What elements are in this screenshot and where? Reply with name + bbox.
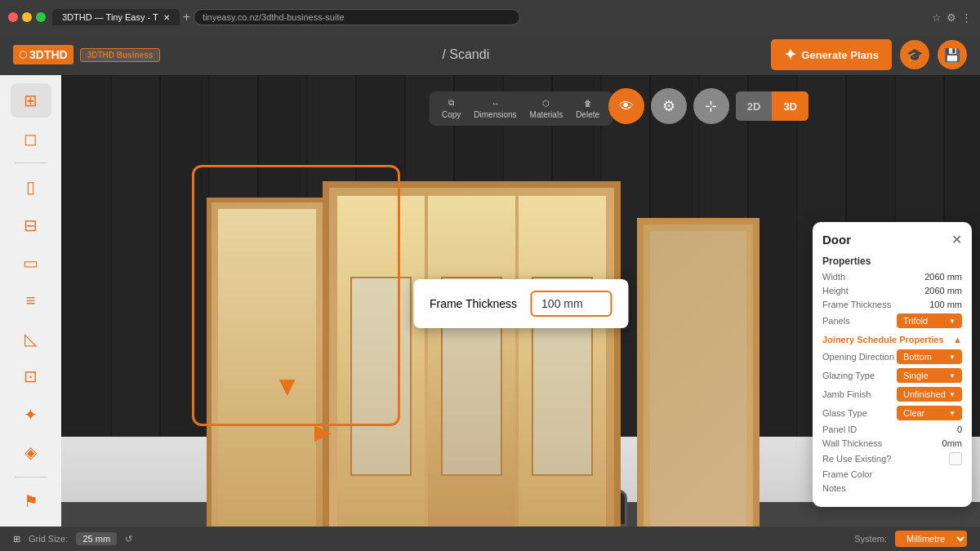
active-tab[interactable]: 3DTHD — Tiny Easy - T ✕: [52, 9, 180, 25]
tab-title: 3DTHD — Tiny Easy - T: [62, 12, 158, 22]
jamb-finish-label: Jamb Finish: [822, 389, 871, 399]
panel-id-label: Panel ID: [822, 424, 857, 434]
viewport[interactable]: ⧉ Copy ↔ Dimensions ⬡ Materials 🗑 Delete: [61, 75, 980, 527]
sidebar-item-furniture[interactable]: ⊡: [11, 359, 51, 393]
properties-section-title: Properties: [822, 256, 962, 267]
system-dropdown[interactable]: Millimetre: [895, 531, 967, 547]
menu-icon[interactable]: ⋮: [961, 11, 972, 24]
height-row: Height 2060 mm: [822, 286, 962, 295]
jamb-finish-dropdown[interactable]: Unfinished: [897, 387, 962, 402]
logo-icon: ⬡: [19, 49, 27, 60]
frame-thickness-popup: Frame Thickness: [413, 279, 628, 328]
save-button[interactable]: 💾: [938, 40, 967, 69]
glazing-type-dropdown[interactable]: Single: [897, 368, 962, 383]
maximize-button[interactable]: [36, 12, 46, 22]
glass-type-row: Glass Type Clear: [822, 406, 962, 420]
system-label: System:: [854, 534, 887, 544]
materials-icon: ⬡: [542, 99, 550, 108]
wall-thickness-row: Wall Thickness 0mm: [822, 438, 962, 448]
frame-thickness-prop-value: 100 mm: [929, 300, 962, 309]
settings-circle-button[interactable]: ⚙: [651, 88, 687, 124]
toolbar-materials[interactable]: ⬡ Materials: [530, 99, 564, 119]
grid-size-label: Grid Size:: [29, 534, 68, 544]
toolbar-delete[interactable]: 🗑 Delete: [576, 99, 599, 119]
sidebar-item-stairs[interactable]: ◺: [11, 322, 51, 356]
notes-label: Notes: [822, 483, 846, 493]
height-value: 2060 mm: [924, 286, 962, 295]
floating-toolbar: ⧉ Copy ↔ Dimensions ⬡ Materials 🗑 Delete: [429, 91, 612, 126]
wall-thickness-label: Wall Thickness: [822, 438, 882, 448]
plus-icon: ✦: [784, 46, 796, 64]
browser-actions: ☆ ⚙ ⋮: [932, 11, 972, 24]
logo-text: 3DTHD: [29, 48, 68, 61]
joinery-collapse-icon[interactable]: ▲: [953, 335, 962, 344]
panel-header: Door ✕: [822, 232, 962, 247]
share-button[interactable]: ⊹: [693, 88, 729, 124]
width-value: 2060 mm: [924, 272, 962, 282]
panel-id-row: Panel ID 0: [822, 424, 962, 434]
panel-close-button[interactable]: ✕: [951, 232, 962, 247]
grid-icon: ⊞: [13, 534, 20, 544]
sidebar-item-stack[interactable]: ≡: [11, 283, 51, 318]
minimize-button[interactable]: [22, 12, 32, 22]
opening-direction-label: Opening Direction: [822, 352, 894, 362]
bookmark-icon[interactable]: ☆: [932, 11, 942, 24]
sidebar-item-window[interactable]: ⊟: [11, 207, 51, 242]
frame-thickness-label: Frame Thickness: [430, 297, 517, 310]
view-3d-button[interactable]: 3D: [772, 91, 808, 121]
reuse-checkbox[interactable]: [949, 452, 962, 465]
generate-plans-button[interactable]: ✦ Generate Plans: [771, 39, 892, 70]
opening-direction-dropdown[interactable]: Bottom: [897, 349, 962, 364]
door-properties-panel: Door ✕ Properties Width 2060 mm Height 2…: [813, 222, 972, 507]
glass-type-dropdown[interactable]: Clear: [897, 406, 962, 420]
copy-label: Copy: [442, 110, 461, 119]
browser-chrome: 3DTHD — Tiny Easy - T ✕ + ☆ ⚙ ⋮: [0, 0, 980, 34]
joinery-section-title: Joinery Schedule Properties ▲: [822, 335, 962, 344]
sidebar-item-door[interactable]: ▯: [11, 170, 51, 204]
joinery-title-text: Joinery Schedule Properties: [822, 335, 944, 344]
view-2d-button[interactable]: 2D: [736, 91, 773, 121]
top-right-controls: 👁 ⚙ ⊹ 2D 3D: [608, 88, 808, 124]
frame-color-label: Frame Color: [822, 469, 872, 479]
close-button[interactable]: [8, 12, 18, 22]
sidebar-divider: [15, 162, 47, 163]
toolbar-copy[interactable]: ⧉ Copy: [442, 98, 461, 119]
sidebar-item-special[interactable]: ◈: [11, 435, 51, 469]
new-tab-button[interactable]: +: [183, 10, 190, 24]
width-label: Width: [822, 272, 845, 282]
frame-thickness-row: Frame Thickness 100 mm: [822, 300, 962, 309]
extensions-icon[interactable]: ⚙: [947, 11, 956, 24]
frame-thickness-input[interactable]: [530, 291, 612, 317]
window-controls: [8, 12, 46, 22]
main-content: ⊞ ◻ ▯ ⊟ ▭ ≡ ◺ ⊡ ✦ ◈ ⚑ ⧉ Copy ↔: [0, 75, 980, 527]
delete-label: Delete: [576, 110, 599, 119]
header-right: ✦ Generate Plans 🎓 💾: [771, 39, 967, 70]
copy-icon: ⧉: [448, 98, 454, 108]
sidebar-item-light[interactable]: ✦: [11, 398, 51, 432]
reset-icon[interactable]: ↺: [125, 534, 132, 544]
opening-direction-row: Opening Direction Bottom: [822, 349, 962, 364]
camera-button[interactable]: 👁: [608, 88, 644, 124]
panels-dropdown[interactable]: Trifold: [897, 313, 962, 328]
wall-thickness-value: 0mm: [942, 438, 962, 448]
arrow-indicator-1: ▶: [276, 380, 301, 396]
sidebar-divider-2: [15, 477, 47, 478]
right-door-inner: [650, 231, 746, 527]
sidebar-item-layers[interactable]: ⊞: [11, 83, 51, 118]
app: ⬡ 3DTHD 3DTHD Business / Scandi ✦ Genera…: [0, 34, 980, 551]
help-button[interactable]: 🎓: [900, 40, 929, 69]
view-2d-3d-toggle: 2D 3D: [736, 91, 808, 121]
tab-close-icon[interactable]: ✕: [163, 13, 170, 22]
dimensions-label: Dimensions: [474, 110, 516, 119]
grid-size-input[interactable]: [76, 532, 117, 545]
sidebar-item-cube[interactable]: ◻: [11, 121, 51, 155]
tab-bar: 3DTHD — Tiny Easy - T ✕ +: [52, 9, 925, 25]
toolbar-dimensions[interactable]: ↔ Dimensions: [474, 99, 516, 119]
height-label: Height: [822, 286, 849, 295]
sidebar-item-flag[interactable]: ⚑: [11, 483, 51, 518]
sidebar-item-wall[interactable]: ▭: [11, 246, 51, 280]
address-bar[interactable]: [194, 9, 520, 25]
panels-label: Panels: [822, 316, 850, 326]
generate-btn-label: Generate Plans: [801, 49, 879, 61]
frame-thickness-prop-label: Frame Thickness: [822, 300, 891, 309]
